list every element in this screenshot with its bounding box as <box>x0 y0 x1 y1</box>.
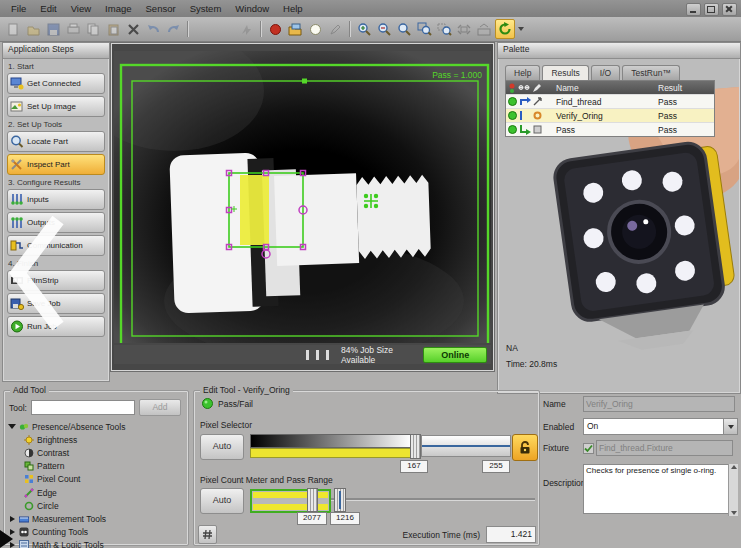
zoom-fit-icon[interactable] <box>415 20 433 38</box>
record-icon[interactable] <box>266 20 284 38</box>
scroll-up-icon <box>731 465 737 469</box>
table-row-pass[interactable]: Pass Pass <box>506 122 714 136</box>
copy-icon[interactable] <box>84 20 102 38</box>
name-column-header[interactable]: Name <box>554 83 656 93</box>
save-icon[interactable] <box>44 20 62 38</box>
tab-io[interactable]: I/O <box>591 65 620 80</box>
minimize-icon[interactable] <box>686 3 701 16</box>
locate-part-button[interactable]: Locate Part <box>7 131 105 152</box>
flow-line-icon <box>519 111 531 121</box>
menu-help[interactable]: Help <box>276 2 310 15</box>
row-result: Pass <box>656 125 714 135</box>
tool-properties-panel: Name Enabled On Fixture Description Chec… <box>541 388 739 546</box>
count-meter-slider[interactable] <box>250 488 535 512</box>
tree-pixel-count[interactable]: Pixel Count <box>8 473 188 486</box>
new-icon[interactable] <box>4 20 22 38</box>
close-icon[interactable] <box>722 3 737 16</box>
add-tool-button[interactable]: Add <box>139 399 181 416</box>
delete-icon[interactable] <box>124 20 142 38</box>
tree-brightness[interactable]: Brightness <box>8 433 188 446</box>
tree-edge[interactable]: Edge <box>8 486 188 499</box>
menu-window[interactable]: Window <box>228 2 276 15</box>
dropdown-arrow-icon[interactable] <box>723 419 737 434</box>
tab-testrun[interactable]: TestRun™ <box>622 65 680 80</box>
count-handle-high[interactable] <box>334 488 346 512</box>
count-meter-auto-button[interactable]: Auto <box>200 488 244 514</box>
fixture-field[interactable] <box>596 440 733 456</box>
description-scrollbar[interactable] <box>728 464 738 516</box>
enabled-dropdown[interactable]: On <box>583 418 738 435</box>
tree-contrast[interactable]: Contrast <box>8 446 188 459</box>
tree-measurement[interactable]: Measurement Tools <box>8 512 188 525</box>
table-row-verify-oring[interactable]: Verify_Oring Pass <box>506 108 714 122</box>
table-row-find-thread[interactable]: Find_thread Pass <box>506 94 714 108</box>
menu-sensor[interactable]: Sensor <box>139 2 183 15</box>
print-icon[interactable] <box>64 20 82 38</box>
tree-pattern[interactable]: Pattern <box>8 460 188 473</box>
paste-icon[interactable] <box>104 20 122 38</box>
pass-score-label: Pass = 1.000 <box>432 70 482 80</box>
get-connected-button[interactable]: Get Connected <box>7 73 105 94</box>
threshold-handle[interactable] <box>410 434 421 459</box>
expanded-icon[interactable] <box>8 424 16 429</box>
tree-math-logic[interactable]: Math & Logic Tools <box>8 539 188 548</box>
load-image-icon[interactable] <box>286 20 304 38</box>
restore-icon[interactable] <box>704 3 719 16</box>
pattern-icon <box>24 461 34 471</box>
edit-pencil-icon[interactable] <box>326 20 344 38</box>
pixel-selector-auto-button[interactable]: Auto <box>200 434 244 460</box>
grid-toggle-button[interactable] <box>198 525 217 544</box>
inspect-part-icon <box>10 158 24 171</box>
tab-results[interactable]: Results <box>542 65 588 80</box>
collapsed-icon[interactable] <box>10 516 15 522</box>
na-label: NA <box>506 343 518 353</box>
menu-image[interactable]: Image <box>98 2 138 15</box>
inputs-button[interactable]: Inputs <box>7 189 105 210</box>
zoom-in-icon[interactable] <box>355 20 373 38</box>
redo-icon[interactable] <box>164 20 182 38</box>
lock-range-button[interactable] <box>512 434 538 461</box>
edit-tool-panel: Edit Tool - Verify_Oring Pass/Fail Pixel… <box>193 390 540 546</box>
tool-name-input[interactable] <box>31 400 135 415</box>
expand-icon[interactable] <box>455 20 473 38</box>
row-result: Pass <box>656 111 714 121</box>
count-handle-low[interactable] <box>307 488 318 512</box>
set-up-image-button[interactable]: Set Up Image <box>7 96 105 117</box>
tree-counting[interactable]: Counting Tools <box>8 526 188 539</box>
tree-label: Measurement Tools <box>32 514 106 524</box>
menu-system[interactable]: System <box>183 2 229 15</box>
tool-name-field[interactable] <box>583 396 735 412</box>
undo-icon[interactable] <box>144 20 162 38</box>
inner-region-handle[interactable] <box>302 79 307 84</box>
live-video-dropdown-icon[interactable] <box>518 27 524 31</box>
tree-presence-absence[interactable]: Presence/Absence Tools <box>8 420 188 433</box>
zoom-out-icon[interactable] <box>375 20 393 38</box>
row-name: Find_thread <box>554 97 656 107</box>
tool-tree: Presence/Absence Tools Brightness Contra… <box>8 420 188 548</box>
menu-edit[interactable]: Edit <box>33 2 63 15</box>
camera-image[interactable]: Pass = 1.000 <box>114 51 491 343</box>
menu-file[interactable]: File <box>4 2 33 15</box>
open-icon[interactable] <box>24 20 42 38</box>
online-button[interactable]: Online <box>423 347 487 363</box>
zoom-region-icon[interactable] <box>435 20 453 38</box>
tree-label: Presence/Absence Tools <box>32 422 125 432</box>
edit-tool-title: Edit Tool - Verify_Oring <box>200 385 293 395</box>
tab-help[interactable]: Help <box>505 65 540 80</box>
tree-circle[interactable]: Circle <box>8 499 188 512</box>
fit-screen-icon[interactable] <box>475 20 493 38</box>
light-icon[interactable] <box>306 20 324 38</box>
result-column-header[interactable]: Result <box>656 83 714 93</box>
description-textarea[interactable]: Checks for presence of single o-ring. <box>583 464 737 514</box>
zoom-actual-icon[interactable] <box>395 20 413 38</box>
contrast-icon <box>24 448 34 458</box>
trigger-icon[interactable] <box>237 20 255 38</box>
live-video-icon[interactable] <box>495 19 515 39</box>
menu-bar: File Edit View Image Sensor System Windo… <box>0 0 741 18</box>
filmstrip-markers-icon[interactable] <box>306 350 329 360</box>
inspect-part-button[interactable]: Inspect Part <box>7 154 105 175</box>
fixture-check-icon[interactable] <box>583 443 594 454</box>
pixel-selector-slider[interactable] <box>250 434 512 458</box>
tool-icon <box>533 125 542 134</box>
menu-view[interactable]: View <box>64 2 98 15</box>
